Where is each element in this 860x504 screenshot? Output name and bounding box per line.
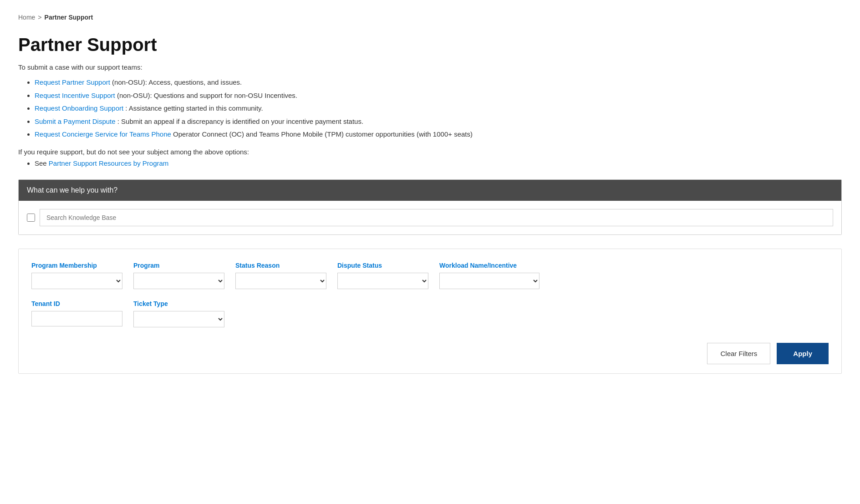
- list-item: Submit a Payment Dispute : Submit an app…: [35, 117, 842, 127]
- breadcrumb-separator: >: [38, 14, 41, 21]
- filters-row-1: Program Membership Program Status Reason…: [31, 262, 829, 289]
- list-item: Request Onboarding Support : Assistance …: [35, 103, 842, 114]
- see-prefix: See: [35, 159, 49, 167]
- breadcrumb-current: Partner Support: [45, 14, 93, 21]
- search-section: What can we help you with?: [18, 179, 842, 235]
- support-links-list: Request Partner Support (non-OSU): Acces…: [18, 77, 842, 140]
- list-item: Request Incentive Support (non-OSU): Que…: [35, 91, 842, 101]
- filter-label-ticket-type: Ticket Type: [133, 300, 224, 307]
- request-onboarding-support-link[interactable]: Request Onboarding Support: [35, 104, 123, 112]
- search-checkbox[interactable]: [27, 214, 35, 222]
- filter-group-program: Program: [133, 262, 224, 289]
- list-item: See Partner Support Resources by Program: [35, 158, 842, 169]
- filter-input-tenant-id[interactable]: [31, 311, 122, 326]
- filter-group-program-membership: Program Membership: [31, 262, 122, 289]
- partner-support-resources-link[interactable]: Partner Support Resources by Program: [49, 159, 168, 167]
- list-item-text: Operator Connect (OC) and Teams Phone Mo…: [173, 130, 473, 138]
- search-body: [19, 201, 841, 234]
- submit-payment-dispute-link[interactable]: Submit a Payment Dispute: [35, 117, 116, 125]
- page-title: Partner Support: [18, 35, 842, 55]
- request-partner-support-link[interactable]: Request Partner Support: [35, 78, 110, 86]
- breadcrumb-home[interactable]: Home: [18, 14, 35, 21]
- filter-select-program-membership[interactable]: [31, 273, 122, 289]
- filter-label-program: Program: [133, 262, 224, 269]
- search-input[interactable]: [40, 209, 833, 226]
- clear-filters-button[interactable]: Clear Filters: [707, 343, 770, 364]
- conditional-text: If you require support, but do not see y…: [18, 148, 842, 156]
- filter-select-workload-name[interactable]: [439, 273, 539, 289]
- filter-group-workload-name: Workload Name/Incentive: [439, 262, 539, 289]
- list-item: Request Partner Support (non-OSU): Acces…: [35, 77, 842, 88]
- request-incentive-support-link[interactable]: Request Incentive Support: [35, 92, 115, 99]
- breadcrumb: Home > Partner Support: [18, 14, 842, 21]
- filter-group-dispute-status: Dispute Status: [337, 262, 428, 289]
- filter-label-workload-name: Workload Name/Incentive: [439, 262, 539, 269]
- apply-button[interactable]: Apply: [777, 343, 829, 364]
- list-item-text: (non-OSU): Questions and support for non…: [117, 92, 297, 99]
- filter-select-program[interactable]: [133, 273, 224, 289]
- filters-row-2: Tenant ID Ticket Type: [31, 300, 829, 327]
- filter-select-ticket-type[interactable]: [133, 311, 224, 327]
- list-item-text: : Submit an appeal if a discrepancy is i…: [117, 117, 363, 125]
- request-concierge-service-link[interactable]: Request Concierge Service for Teams Phon…: [35, 130, 171, 138]
- list-item: Request Concierge Service for Teams Phon…: [35, 129, 842, 140]
- filter-label-dispute-status: Dispute Status: [337, 262, 428, 269]
- filter-label-program-membership: Program Membership: [31, 262, 122, 269]
- intro-text: To submit a case with our support teams:: [18, 63, 842, 71]
- filters-actions: Clear Filters Apply: [31, 338, 829, 364]
- filter-select-status-reason[interactable]: [235, 273, 326, 289]
- filter-group-tenant-id: Tenant ID: [31, 300, 122, 327]
- see-resources-list: See Partner Support Resources by Program: [18, 158, 842, 169]
- filter-select-dispute-status[interactable]: [337, 273, 428, 289]
- filter-label-status-reason: Status Reason: [235, 262, 326, 269]
- filters-section: Program Membership Program Status Reason…: [18, 249, 842, 374]
- search-header: What can we help you with?: [19, 180, 841, 201]
- filter-group-ticket-type: Ticket Type: [133, 300, 224, 327]
- search-row: [27, 209, 833, 226]
- filter-group-status-reason: Status Reason: [235, 262, 326, 289]
- list-item-text: : Assistance getting started in this com…: [125, 104, 263, 112]
- list-item-text: (non-OSU): Access, questions, and issues…: [112, 78, 242, 86]
- filter-label-tenant-id: Tenant ID: [31, 300, 122, 307]
